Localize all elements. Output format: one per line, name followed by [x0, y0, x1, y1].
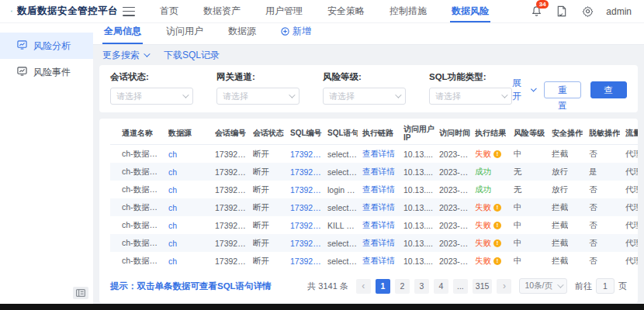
cell-sqlno[interactable]: 1739230...	[288, 181, 325, 198]
file-record-icon[interactable]	[555, 5, 569, 19]
nav-item-5[interactable]: 数据风险	[439, 0, 501, 22]
result-value: 失败!	[475, 238, 501, 249]
cell-link[interactable]: 查看详情	[360, 181, 401, 198]
table-row[interactable]: ch-数据通道ch1739230...断开1739230...KILL QUE.…	[110, 216, 638, 234]
cell-ds[interactable]: ch	[166, 216, 213, 234]
menu-toggle-icon[interactable]	[123, 7, 135, 16]
nav-item-1[interactable]: 数据资产	[191, 0, 253, 22]
page-button-315[interactable]: 315	[473, 279, 493, 294]
page-size-label: 10条/页	[525, 281, 552, 291]
tab-1[interactable]: 访问用户	[164, 25, 205, 44]
cell-text: 2023-12-...	[439, 239, 470, 248]
cell-text: 代理	[625, 256, 638, 267]
cell-text: ch	[168, 221, 177, 230]
cell-text: 代理	[625, 238, 638, 249]
settings-gear-icon[interactable]	[580, 5, 594, 19]
cell-risk: 无	[511, 163, 549, 181]
cell-text: 1739230...	[290, 203, 323, 212]
cell-sql: KILL QUE...	[325, 216, 360, 234]
cell-text: 否	[589, 202, 597, 213]
cell-sqlno[interactable]: 1739230...	[288, 198, 325, 216]
table-row[interactable]: ch-数据通道ch1739227...断开1739230...select NU…	[110, 234, 638, 252]
cell-ip: 10.13....	[401, 216, 437, 234]
cell-text: 中	[514, 256, 522, 267]
cell-link[interactable]: 查看详情	[360, 145, 401, 163]
cell-sqlno[interactable]: 1739230...	[288, 252, 325, 270]
sidebar-collapse-icon[interactable]	[73, 287, 88, 299]
result-text: 成功	[475, 184, 491, 195]
reset-button[interactable]: 重置	[544, 81, 580, 98]
cell-text: ch-数据通道	[122, 238, 164, 249]
sidebar-item-1[interactable]: 风险事件	[0, 59, 93, 85]
cell-text: 查看详情	[362, 238, 395, 249]
goto-page-input[interactable]	[596, 278, 615, 294]
cell-sql: select NU...	[325, 252, 360, 270]
top-nav: 首页数据资产用户管理安全策略控制措施数据风险	[147, 0, 501, 22]
result-text: 失败	[475, 256, 491, 267]
cell-status: 断开	[251, 234, 288, 252]
cell-link[interactable]: 查看详情	[360, 216, 401, 234]
page-size-select[interactable]: 10条/页	[519, 278, 567, 294]
cell-sqlno[interactable]: 1739230...	[288, 145, 325, 163]
filter-select-1[interactable]: 请选择	[216, 88, 299, 105]
tab-0[interactable]: 全局信息	[102, 25, 143, 44]
table-row[interactable]: ch-数据通道ch1739227...断开1739230...select NU…	[110, 252, 638, 270]
column-header-label: 通道名称	[122, 129, 153, 137]
query-button[interactable]: 查询	[590, 81, 627, 98]
cell-ds[interactable]: ch	[166, 234, 213, 252]
nav-item-4[interactable]: 控制措施	[377, 0, 439, 22]
download-sql-link[interactable]: 下载SQL记录	[164, 49, 220, 62]
tab-3[interactable]: 新增	[279, 25, 313, 44]
cell-ds[interactable]: ch	[166, 252, 213, 270]
cell-sqlno[interactable]: 1739230...	[288, 163, 325, 181]
cell-ds[interactable]: ch	[166, 198, 213, 216]
cell-text: 查看详情	[362, 256, 395, 267]
expand-link[interactable]: 展开	[512, 77, 535, 103]
cell-sqlno[interactable]: 1739230...	[288, 216, 325, 234]
cell-ds[interactable]: ch	[166, 145, 213, 163]
cell-mask: 否	[587, 216, 623, 234]
cell-session: 1739230...	[213, 198, 251, 216]
page-button-1[interactable]: 1	[376, 279, 390, 294]
nav-item-0[interactable]: 首页	[147, 0, 191, 22]
notification-bell-icon[interactable]: 34	[529, 5, 543, 19]
sidebar-item-0[interactable]: 风险分析	[0, 33, 93, 59]
more-search-link[interactable]: 更多搜索	[102, 49, 148, 62]
cell-risk: 中	[511, 145, 549, 163]
page-button-3[interactable]: 3	[414, 279, 429, 294]
nav-item-3[interactable]: 安全策略	[315, 0, 377, 22]
pagination-ellipsis: ...	[453, 279, 468, 294]
cell-sqlno[interactable]: 1739230...	[288, 234, 325, 252]
cell-ds[interactable]: ch	[166, 163, 213, 181]
cell-link[interactable]: 查看详情	[360, 234, 401, 252]
nav-item-2[interactable]: 用户管理	[253, 0, 315, 22]
page-button-4[interactable]: 4	[434, 279, 448, 294]
tab-2[interactable]: 数据源	[227, 25, 258, 44]
cell-text: 查看详情	[362, 184, 395, 195]
download-sql-label: 下载SQL记录	[164, 49, 220, 62]
cell-ip: 10.13....	[401, 198, 437, 216]
filter-select-0[interactable]: 请选择	[110, 88, 193, 105]
cell-link[interactable]: 查看详情	[360, 198, 401, 216]
table-row[interactable]: ch-数据通道ch1739230...断开1739230...select * …	[110, 198, 638, 216]
table-row[interactable]: ch-数据通道ch1739230...断开1739230...login -uu…	[110, 181, 638, 198]
filter-select-3[interactable]: 请选择	[429, 88, 512, 105]
cell-time: 2023-12-...	[437, 234, 473, 252]
next-page-button[interactable]: ›	[497, 279, 511, 294]
cell-sql: select NU...	[325, 145, 360, 163]
chevron-down-icon	[289, 91, 295, 98]
cell-link[interactable]: 查看详情	[360, 252, 401, 270]
prev-page-button[interactable]: ‹	[356, 279, 371, 294]
cell-text: 1739230...	[215, 150, 248, 159]
page-button-2[interactable]: 2	[395, 279, 410, 294]
username[interactable]: admin	[606, 6, 632, 17]
filter-actions: 展开 重置 查询	[512, 77, 627, 105]
table-row[interactable]: ch-数据通道ch1739230...断开1739230...select * …	[110, 163, 638, 181]
table-row[interactable]: ch-数据通道ch1739230...断开1739230...select NU…	[110, 145, 638, 163]
top-header: 数盾数据安全管控平台 首页数据资产用户管理安全策略控制措施数据风险 34	[0, 0, 644, 23]
cell-ds[interactable]: ch	[166, 181, 213, 198]
cell-text: 代理	[625, 220, 638, 231]
filter-select-2[interactable]: 请选择	[323, 88, 406, 105]
cell-ip: 10.13....	[401, 252, 437, 270]
cell-link[interactable]: 查看详情	[360, 163, 401, 181]
